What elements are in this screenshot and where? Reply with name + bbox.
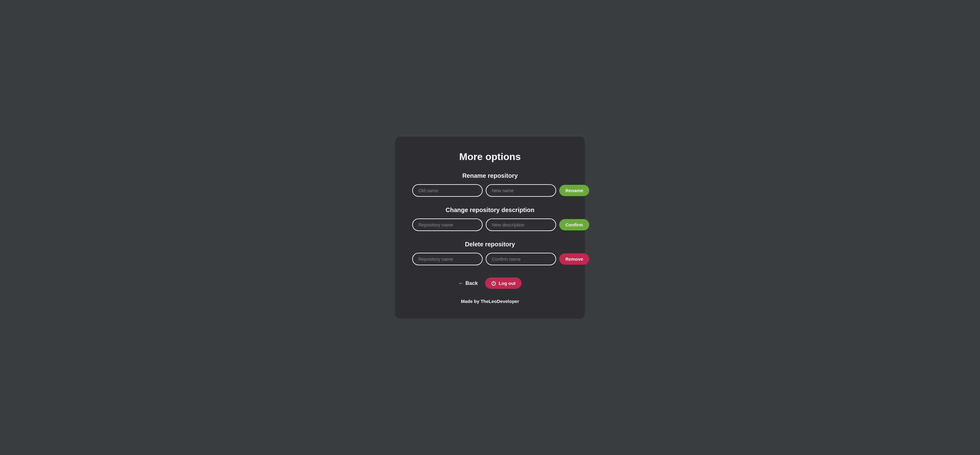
rename-input-row: Rename: [412, 184, 568, 197]
description-input-row: Confirm: [412, 219, 568, 231]
delete-section-title: Delete repository: [465, 241, 515, 248]
back-button[interactable]: ← Back: [458, 280, 478, 286]
logout-label: Log out: [499, 281, 515, 286]
remove-button[interactable]: Remove: [559, 254, 589, 265]
confirm-button[interactable]: Confirm: [559, 219, 589, 230]
new-description-input[interactable]: [486, 219, 556, 231]
rename-section: Rename repository Rename: [412, 172, 568, 197]
description-repo-name-input[interactable]: [412, 219, 483, 231]
modal: More options Rename repository Rename Ch…: [395, 136, 585, 319]
confirm-name-input[interactable]: [486, 253, 556, 265]
power-icon: [491, 281, 496, 286]
rename-section-title: Rename repository: [462, 172, 517, 179]
description-section-title: Change repository description: [445, 206, 535, 214]
delete-section: Delete repository Remove: [412, 241, 568, 265]
new-name-input[interactable]: [486, 184, 556, 197]
footer: ← Back Log out: [458, 277, 522, 289]
modal-title: More options: [460, 151, 521, 162]
old-name-input[interactable]: [412, 184, 483, 197]
logout-button[interactable]: Log out: [485, 277, 522, 289]
delete-repo-name-input[interactable]: [412, 253, 483, 265]
back-arrow-icon: ←: [458, 280, 464, 286]
description-section: Change repository description Confirm: [412, 206, 568, 231]
rename-button[interactable]: Rename: [559, 185, 589, 196]
back-label: Back: [466, 280, 478, 286]
delete-input-row: Remove: [412, 253, 568, 265]
made-by-text: Made by TheLeoDeveloper: [461, 299, 519, 304]
